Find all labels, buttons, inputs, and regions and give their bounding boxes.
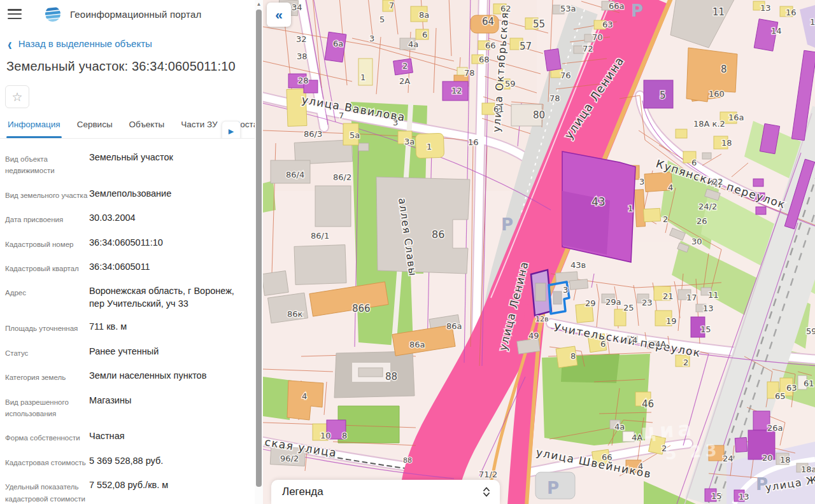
- parcel-number-label: 2: [683, 358, 688, 367]
- parcel-number-label: 4А: [655, 339, 666, 349]
- parcel-number-label: 86/2: [333, 172, 351, 182]
- parcel-number-label: 11: [708, 290, 719, 300]
- object-info-panel: Геоинформационный портал ‹ Назад в выдел…: [0, 0, 255, 504]
- parcel-number-label: 6: [422, 30, 427, 39]
- parcel-number-label: 16: [468, 137, 479, 147]
- parcel-number-label: 26: [697, 216, 707, 226]
- parcel-number-label: 59: [505, 79, 516, 88]
- parcel-number-label: 15: [711, 491, 722, 501]
- parcel-number-label: 22: [712, 177, 723, 186]
- parcel-number-label: 76: [560, 71, 571, 80]
- parcel-number-label: 32: [296, 34, 307, 44]
- parcel-number-label: 88: [385, 371, 397, 382]
- field-label: Дата присвоения: [5, 212, 88, 225]
- parcel-number-label: 8: [570, 351, 576, 361]
- field-row: Удельный показатель кадастровой стоимост…: [5, 479, 246, 504]
- parcel-number-label: 25: [623, 303, 634, 312]
- legend-panel: Легенда: [271, 480, 500, 504]
- parcel-number-label: 13: [739, 492, 749, 501]
- collapse-panel-button[interactable]: «: [267, 3, 291, 27]
- parcel-number-label: 28: [298, 76, 309, 85]
- field-row: Вид объекта недвижимостиЗемельный участо…: [5, 151, 246, 177]
- field-value: Магазины: [88, 395, 131, 407]
- parcel-number-label: 19: [666, 316, 677, 326]
- parcel-number-label: 72: [583, 44, 593, 53]
- parcel-number-label: 16а: [728, 113, 744, 122]
- parcel-number-label: 1: [628, 204, 633, 213]
- tab-информация[interactable]: Информация: [8, 120, 60, 138]
- tab-объекты[interactable]: Объекты: [129, 120, 165, 138]
- field-value: Землепользование: [88, 188, 171, 200]
- parcel-number-label: 866: [352, 303, 371, 314]
- parcel-number-label: 78: [549, 94, 560, 103]
- page-title: Земельный участок: 36:34:0605011:10: [0, 49, 255, 74]
- parcel-number-label: 63: [602, 20, 613, 29]
- legend-title: Легенда: [282, 486, 323, 498]
- parcel-number-label: 4: [302, 391, 307, 401]
- parcel-number-label: 86к: [287, 309, 303, 319]
- field-label: Адрес: [5, 285, 88, 298]
- parcel-number-label: 78: [464, 68, 475, 78]
- parcel-number-label: 2: [663, 214, 668, 224]
- parcel-number-label: 7: [389, 1, 394, 10]
- field-row: Категория земельЗемли населенных пунктов: [5, 370, 246, 383]
- field-label: Вид земельного участка: [5, 188, 88, 201]
- parcel-number-label: 86а: [409, 340, 425, 349]
- parcel-number-label: 30: [691, 237, 702, 246]
- parcel-number-label: 18: [780, 455, 791, 465]
- parcel-number-label: 63: [786, 383, 797, 393]
- parcel-number-label: 6: [691, 158, 697, 167]
- parcel-number-label: 61: [804, 379, 814, 388]
- attribute-list: Вид объекта недвижимостиЗемельный участо…: [0, 139, 255, 504]
- parcel-number-label: 26а: [767, 423, 783, 433]
- map-canvas[interactable]: улица Вавиловаулица Ленинаулица Ленинаул…: [263, 0, 815, 504]
- back-link[interactable]: ‹ Назад в выделенные объекты: [0, 23, 255, 49]
- parcel-number-label: 21: [663, 291, 674, 301]
- parcel-number-label: 3: [639, 177, 644, 186]
- parcel-number-label: 57: [520, 41, 532, 52]
- parking-icon: Р: [547, 479, 559, 498]
- field-row: Форма собственностиЧастная: [5, 430, 246, 444]
- field-row: Дата присвоения30.03.2004: [5, 212, 246, 225]
- parcel-number-label: 1: [360, 73, 365, 82]
- parcel-number-label: 68: [479, 55, 490, 64]
- parcel-number-label: 13: [760, 3, 771, 13]
- watermark-text: 5 23: [664, 440, 721, 463]
- parcel-number-label: 7: [339, 111, 344, 120]
- back-chevron-icon: ‹: [8, 38, 12, 50]
- parcel-number-label: 4: [638, 461, 643, 471]
- tab-сервисы[interactable]: Сервисы: [77, 120, 113, 138]
- parcel-number-label: 53а: [560, 4, 576, 13]
- tabs-scroll-next-button[interactable]: ▶: [222, 121, 241, 139]
- parcel-number-label: 17: [686, 293, 697, 302]
- legend-expand-toggle[interactable]: [483, 486, 490, 498]
- parking-icon: Р: [631, 1, 643, 20]
- field-value: Воронежская область, г Воронеж, пер Учит…: [88, 285, 246, 310]
- parcel-number-label: 10: [320, 431, 331, 440]
- favorite-star-button[interactable]: ☆: [5, 85, 29, 108]
- parcel-number-label: 49: [528, 331, 539, 340]
- field-label: Вид объекта недвижимости: [5, 151, 88, 177]
- parcel-number-label: 12в: [535, 315, 548, 323]
- double-chevron-left-icon: «: [275, 7, 283, 22]
- parcel-number-label: 16: [786, 8, 797, 17]
- field-value: 36:34:0605011: [88, 261, 150, 274]
- parcel-number-label: 46: [642, 398, 654, 410]
- parcel-number-label: 14: [771, 26, 782, 36]
- parcel-number-label: 18а: [801, 465, 815, 474]
- parcel-number-label: 86а: [446, 321, 462, 331]
- map-svg: улица Вавиловаулица Ленинаулица Ленинаул…: [263, 0, 815, 504]
- parcel-number-label: 8: [721, 64, 727, 75]
- panel-scrollbar[interactable]: ▲: [255, 0, 263, 504]
- parcel-number-label: 86/1: [311, 231, 329, 241]
- parcel-number-label: 38: [297, 52, 308, 61]
- scrollbar-thumb[interactable]: [256, 10, 262, 487]
- field-value: Земли населенных пунктов: [88, 370, 206, 382]
- tab-части зу[interactable]: Части ЗУ: [181, 120, 217, 138]
- parcel-number-label: 6а: [333, 39, 343, 48]
- parcel-number-label: 96/2: [280, 454, 299, 463]
- parcel-number-label: 5: [660, 90, 666, 101]
- menu-icon[interactable]: [8, 9, 22, 19]
- scroll-up-icon[interactable]: ▲: [255, 0, 263, 9]
- field-row: Вид земельного участкаЗемлепользование: [5, 188, 246, 201]
